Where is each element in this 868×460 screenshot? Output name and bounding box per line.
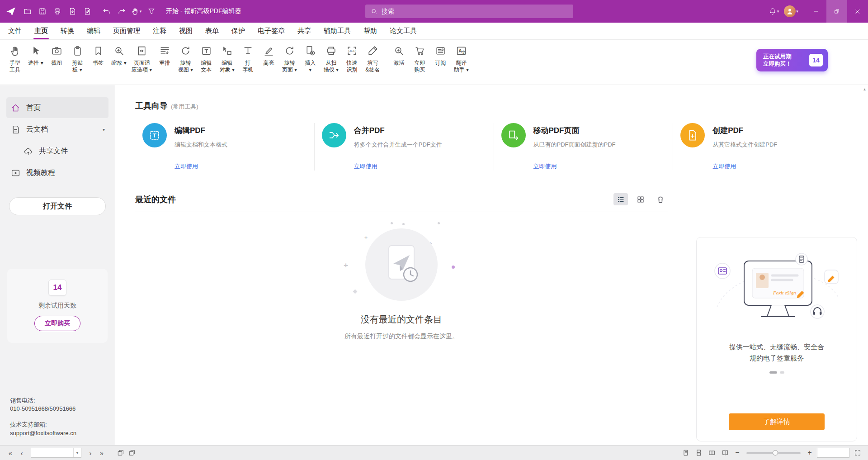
tool-edit-text[interactable]: 编辑 文本 bbox=[196, 44, 217, 73]
card-move-pdf-pages[interactable]: 移动PDF页面 从已有的PDF页面创建新的PDF 立即使用 bbox=[494, 123, 673, 171]
hand-tool-button[interactable]: ▾ bbox=[129, 4, 144, 19]
quick-create-button[interactable] bbox=[80, 4, 94, 19]
menu-item-convert[interactable]: 转换 bbox=[54, 23, 80, 39]
tool-clipboard[interactable]: 剪贴 板 ▾ bbox=[67, 44, 88, 73]
scrollbar[interactable]: ▲ bbox=[861, 85, 868, 445]
learn-more-button[interactable]: 了解详情 bbox=[729, 413, 825, 430]
snapshot-view-button[interactable] bbox=[116, 448, 126, 458]
open-file-button[interactable]: 打开文件 bbox=[9, 197, 106, 215]
menu-item-form[interactable]: 表单 bbox=[199, 23, 225, 39]
fullscreen-button[interactable] bbox=[853, 448, 863, 458]
tool-select[interactable]: 选择 ▾ bbox=[25, 44, 46, 66]
carousel-dots[interactable] bbox=[769, 371, 784, 374]
single-page-view-button[interactable] bbox=[681, 448, 691, 458]
snapshot-copy-button[interactable] bbox=[127, 448, 137, 458]
page-dropdown-icon[interactable]: ▼ bbox=[73, 448, 81, 457]
zoom-slider[interactable] bbox=[746, 452, 801, 454]
quick-save-button[interactable] bbox=[35, 4, 50, 19]
zoom-in-button[interactable]: + bbox=[806, 449, 814, 457]
tool-rotate-view[interactable]: 旋转 视图 ▾ bbox=[175, 44, 196, 73]
notification-bell-button[interactable]: ▾ bbox=[766, 4, 781, 19]
tool-insert[interactable]: 插入 ▾ bbox=[300, 44, 321, 73]
delete-recent-button[interactable] bbox=[653, 193, 668, 205]
use-now-link[interactable]: 立即使用 bbox=[175, 162, 198, 171]
menu-item-edit[interactable]: 编辑 bbox=[80, 23, 107, 39]
tool-page-fit[interactable]: 页面适 应选项 ▾ bbox=[129, 44, 154, 73]
menu-item-paper-tools[interactable]: 论文工具 bbox=[383, 23, 423, 39]
tool-zoom[interactable]: 缩放 ▾ bbox=[108, 44, 129, 66]
page-number-box[interactable]: ▼ bbox=[31, 448, 81, 458]
tool-snapshot[interactable]: 截图 bbox=[46, 44, 67, 66]
trial-line2: 立即购买！ bbox=[763, 60, 792, 67]
prev-page-button[interactable]: ‹ bbox=[17, 448, 27, 458]
tool-typewriter[interactable]: 打 字机 bbox=[237, 44, 258, 73]
zoom-slider-thumb[interactable] bbox=[773, 450, 778, 455]
card-title: 合并PDF bbox=[354, 125, 442, 136]
menu-item-page-manage[interactable]: 页面管理 bbox=[107, 23, 146, 39]
zoom-level-box[interactable] bbox=[817, 448, 849, 458]
last-page-button[interactable]: » bbox=[97, 448, 107, 458]
quick-open-button[interactable] bbox=[20, 4, 35, 19]
menu-item-esign[interactable]: 电子签章 bbox=[251, 23, 291, 39]
tool-rotate-pages[interactable]: 旋转 页面 ▾ bbox=[279, 44, 300, 73]
tool-hand[interactable]: 手型 工具 bbox=[5, 44, 25, 73]
menu-item-accessibility[interactable]: 辅助工具 bbox=[317, 23, 357, 39]
facing-view-button[interactable] bbox=[707, 448, 717, 458]
carousel-dot[interactable] bbox=[780, 371, 784, 374]
card-create-pdf[interactable]: 创建PDF 从其它格式文件创建PDF 立即使用 bbox=[673, 123, 852, 171]
tool-quick-ocr[interactable]: 快速 识别 bbox=[341, 44, 362, 73]
scroll-up-arrow-icon[interactable]: ▲ bbox=[862, 86, 868, 92]
menu-item-comment[interactable]: 注释 bbox=[146, 23, 173, 39]
carousel-dot-active[interactable] bbox=[769, 371, 777, 374]
trial-buy-button[interactable]: 立即购买 bbox=[34, 316, 80, 331]
account-avatar-button[interactable]: ▾ bbox=[781, 4, 801, 19]
chevron-down-icon[interactable]: ▾ bbox=[103, 127, 105, 132]
page-number-input[interactable] bbox=[31, 448, 73, 457]
customize-toolbar-button[interactable] bbox=[144, 4, 159, 19]
menu-item-home[interactable]: 主页 bbox=[28, 23, 54, 39]
sidebar-item-video-tutorials[interactable]: 视频教程 bbox=[6, 162, 108, 183]
support-email-value[interactable]: support@foxitsoftware.cn bbox=[10, 429, 105, 438]
share-cloud-icon bbox=[24, 147, 33, 156]
sidebar-item-cloud-docs[interactable]: 云文档 ▾ bbox=[6, 119, 108, 140]
redo-button[interactable] bbox=[114, 4, 129, 19]
zoom-out-button[interactable]: − bbox=[733, 449, 741, 457]
first-page-button[interactable]: « bbox=[5, 448, 15, 458]
tool-from-scanner[interactable]: 从扫 描仪 ▾ bbox=[321, 44, 341, 73]
grid-view-button[interactable] bbox=[633, 193, 648, 205]
tool-activate[interactable]: 激活 bbox=[388, 44, 409, 66]
tool-fill-sign[interactable]: 填写 &签名 bbox=[362, 44, 383, 73]
use-now-link[interactable]: 立即使用 bbox=[533, 162, 557, 171]
menu-item-view[interactable]: 视图 bbox=[173, 23, 199, 39]
tool-highlight[interactable]: 高亮 bbox=[258, 44, 279, 66]
global-search-box[interactable] bbox=[365, 5, 573, 18]
undo-button[interactable] bbox=[99, 4, 114, 19]
card-edit-pdf[interactable]: 编辑PDF 编辑文档和文本格式 立即使用 bbox=[135, 123, 314, 171]
menu-item-help[interactable]: 帮助 bbox=[357, 23, 383, 39]
sidebar-item-shared-files[interactable]: 共享文件 bbox=[6, 141, 108, 161]
restore-button[interactable] bbox=[826, 0, 847, 23]
book-view-button[interactable] bbox=[720, 448, 730, 458]
tool-buy-now[interactable]: 立即 购买 bbox=[409, 44, 430, 73]
next-page-button[interactable]: › bbox=[85, 448, 95, 458]
quick-export-button[interactable] bbox=[65, 4, 80, 19]
menu-item-share[interactable]: 共享 bbox=[291, 23, 317, 39]
menu-item-protect[interactable]: 保护 bbox=[225, 23, 251, 39]
tool-reflow[interactable]: 重排 bbox=[154, 44, 175, 66]
use-now-link[interactable]: 立即使用 bbox=[354, 162, 377, 171]
tool-edit-object[interactable]: 编辑 对象 ▾ bbox=[217, 44, 237, 73]
close-button[interactable] bbox=[847, 0, 868, 23]
global-search-input[interactable] bbox=[382, 8, 568, 15]
trial-period-badge[interactable]: 正在试用期 立即购买！ 14 bbox=[756, 49, 828, 71]
minimize-button[interactable] bbox=[806, 0, 826, 23]
sidebar-item-home[interactable]: 首页 bbox=[6, 97, 108, 118]
quick-print-button[interactable] bbox=[50, 4, 65, 19]
card-merge-pdf[interactable]: 合并PDF 将多个文件合并生成一个PDF文件 立即使用 bbox=[314, 123, 494, 171]
list-view-button[interactable] bbox=[613, 193, 628, 205]
tool-subscribe[interactable]: 订阅 bbox=[430, 44, 451, 66]
use-now-link[interactable]: 立即使用 bbox=[712, 162, 736, 171]
menu-item-file[interactable]: 文件 bbox=[2, 23, 28, 39]
continuous-view-button[interactable] bbox=[694, 448, 704, 458]
tool-translate-assistant[interactable]: 翻译 助手 ▾ bbox=[451, 44, 472, 73]
tool-bookmark[interactable]: 书签 bbox=[88, 44, 108, 66]
